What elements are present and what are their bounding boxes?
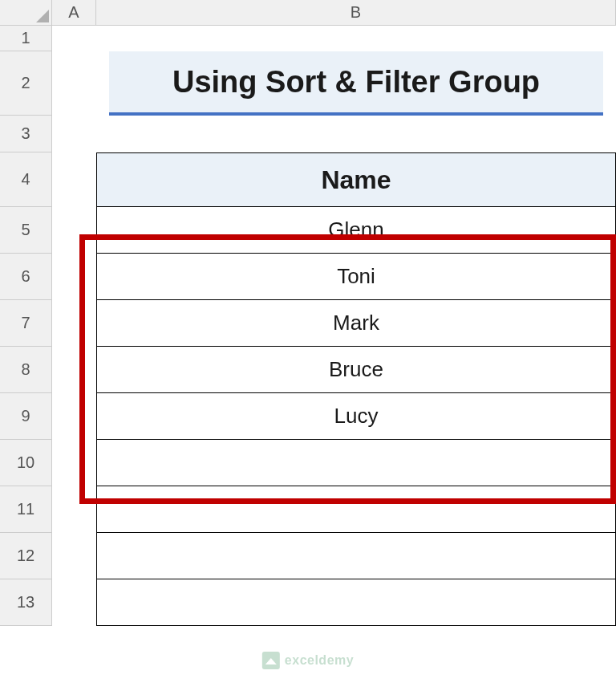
row-header-1[interactable]: 1 — [0, 26, 52, 51]
row-header-6[interactable]: 6 — [0, 254, 52, 300]
table-row[interactable] — [96, 533, 616, 579]
row-header-13[interactable]: 13 — [0, 579, 52, 626]
column-header-A[interactable]: A — [52, 0, 96, 26]
table-row[interactable]: Bruce — [96, 347, 616, 393]
spreadsheet-container: A B 1 2 3 4 5 6 7 8 9 10 11 12 13 Using … — [0, 0, 616, 699]
row-header-9[interactable]: 9 — [0, 393, 52, 440]
select-all-corner[interactable] — [0, 0, 52, 26]
select-all-triangle-icon — [36, 10, 49, 22]
table-row[interactable]: Glenn — [96, 207, 616, 254]
column-headers: A B — [52, 0, 616, 26]
row-header-10[interactable]: 10 — [0, 440, 52, 486]
table-row[interactable]: Mark — [96, 300, 616, 347]
title-cell[interactable]: Using Sort & Filter Group — [109, 51, 603, 116]
row-header-2[interactable]: 2 — [0, 51, 52, 116]
row-header-7[interactable]: 7 — [0, 300, 52, 347]
table-row[interactable] — [96, 579, 616, 626]
row-header-3[interactable]: 3 — [0, 116, 52, 152]
column-header-B[interactable]: B — [96, 0, 616, 26]
table-row[interactable]: Toni — [96, 254, 616, 300]
row-headers: 1 2 3 4 5 6 7 8 9 10 11 12 13 — [0, 26, 52, 626]
row-header-8[interactable]: 8 — [0, 347, 52, 393]
table-row[interactable] — [96, 486, 616, 533]
table-row[interactable]: Lucy — [96, 393, 616, 440]
row-header-12[interactable]: 12 — [0, 533, 52, 579]
row-header-5[interactable]: 5 — [0, 207, 52, 254]
table-header-name[interactable]: Name — [96, 152, 616, 207]
table-row[interactable] — [96, 440, 616, 486]
row-header-4[interactable]: 4 — [0, 152, 52, 207]
grid-area[interactable]: Using Sort & Filter Group Name Glenn Ton… — [52, 26, 616, 699]
row-header-11[interactable]: 11 — [0, 486, 52, 533]
